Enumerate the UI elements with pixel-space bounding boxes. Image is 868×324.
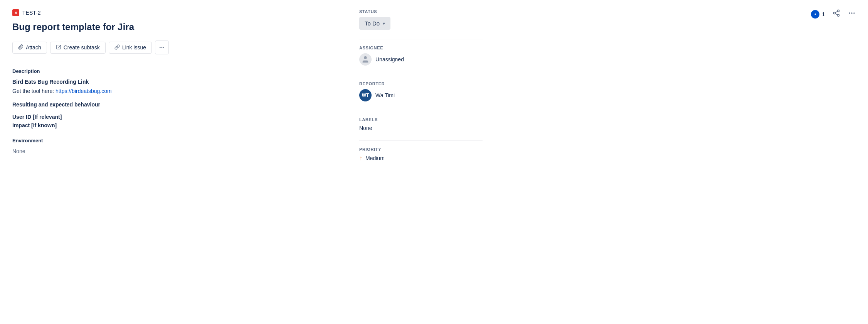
svg-point-9 bbox=[160, 47, 161, 48]
environment-label: Environment bbox=[12, 138, 344, 143]
attach-label: Attach bbox=[26, 44, 41, 51]
assignee-section: ASSIGNEE Unassigned bbox=[359, 46, 483, 66]
main-content: TEST-2 Bug report template for Jira Atta… bbox=[12, 9, 359, 315]
labels-value: None bbox=[359, 125, 483, 131]
subtask-label: Create subtask bbox=[64, 44, 100, 51]
reporter-avatar: WT bbox=[359, 89, 372, 101]
divider-2 bbox=[359, 75, 483, 75]
watch-count: 1 bbox=[822, 11, 825, 17]
divider-3 bbox=[359, 111, 483, 111]
attach-button[interactable]: Attach bbox=[12, 42, 47, 54]
bird-eats-bug-heading: Bird Eats Bug Recording Link bbox=[12, 79, 344, 85]
more-actions-button[interactable] bbox=[848, 9, 856, 19]
priority-label: PRIORITY bbox=[359, 147, 483, 152]
reporter-label: REPORTER bbox=[359, 81, 483, 86]
userid-heading: User ID [If relevant] bbox=[12, 114, 344, 120]
svg-line-4 bbox=[835, 11, 838, 12]
svg-line-3 bbox=[835, 14, 838, 15]
issue-key: TEST-2 bbox=[22, 10, 40, 16]
watch-icon bbox=[811, 10, 819, 19]
watch-button[interactable]: 1 bbox=[811, 10, 825, 19]
issue-type-icon bbox=[12, 9, 19, 16]
labels-section: LABELS None bbox=[359, 117, 483, 131]
svg-point-5 bbox=[849, 12, 850, 14]
create-subtask-button[interactable]: Create subtask bbox=[50, 42, 106, 54]
status-chevron-icon: ▾ bbox=[383, 21, 385, 26]
toolbar-more-button[interactable] bbox=[155, 40, 169, 54]
link-label: Link issue bbox=[122, 44, 146, 51]
environment-value: None bbox=[12, 148, 344, 154]
reporter-row: WT Wa Timi bbox=[359, 89, 483, 101]
unassigned-avatar bbox=[359, 53, 372, 66]
share-button[interactable] bbox=[833, 9, 840, 19]
priority-section: PRIORITY ↑ Medium bbox=[359, 147, 483, 162]
link-issue-button[interactable]: Link issue bbox=[109, 42, 152, 54]
priority-row: ↑ Medium bbox=[359, 155, 483, 162]
description-label: Description bbox=[12, 68, 344, 74]
assignee-label: ASSIGNEE bbox=[359, 46, 483, 50]
priority-arrow-icon: ↑ bbox=[359, 155, 362, 162]
assignee-name: Unassigned bbox=[375, 56, 404, 62]
status-value: To Do bbox=[365, 20, 380, 27]
divider-1 bbox=[359, 39, 483, 39]
description-section: Description Bird Eats Bug Recording Link… bbox=[12, 68, 344, 128]
header-actions: 1 bbox=[811, 9, 856, 19]
assignee-row: Unassigned bbox=[359, 53, 483, 66]
divider-4 bbox=[359, 140, 483, 141]
svg-point-10 bbox=[161, 47, 163, 48]
priority-value: Medium bbox=[365, 155, 385, 161]
status-dropdown[interactable]: To Do ▾ bbox=[359, 17, 390, 30]
svg-point-7 bbox=[853, 12, 855, 14]
labels-label: LABELS bbox=[359, 117, 483, 122]
reporter-initials: WT bbox=[362, 93, 369, 98]
subtask-icon bbox=[56, 44, 61, 51]
link-icon bbox=[114, 44, 120, 51]
toolbar: Attach Create subtask Li bbox=[12, 40, 344, 54]
bird-eats-bug-link[interactable]: https://birdeatsbug.com bbox=[56, 88, 112, 94]
issue-key-row: TEST-2 bbox=[12, 9, 344, 16]
reporter-section: REPORTER WT Wa Timi bbox=[359, 81, 483, 101]
sidebar: STATUS To Do ▾ ASSIGNEE Unassigned bbox=[359, 9, 483, 315]
bird-eats-bug-text: Get the tool here: https://birdeatsbug.c… bbox=[12, 87, 344, 95]
svg-point-12 bbox=[364, 56, 367, 59]
environment-section: Environment None bbox=[12, 138, 344, 154]
svg-rect-8 bbox=[56, 45, 61, 49]
svg-point-11 bbox=[163, 47, 164, 48]
bird-text-prefix: Get the tool here: bbox=[12, 88, 56, 94]
attach-icon bbox=[18, 44, 24, 51]
status-label: STATUS bbox=[359, 9, 483, 14]
svg-point-6 bbox=[851, 12, 852, 14]
issue-title: Bug report template for Jira bbox=[12, 21, 344, 33]
impact-heading: Impact [If known] bbox=[12, 122, 344, 128]
status-section: STATUS To Do ▾ bbox=[359, 9, 483, 30]
reporter-name: Wa Timi bbox=[375, 92, 395, 98]
behaviour-heading: Resulting and expected behaviour bbox=[12, 101, 344, 108]
